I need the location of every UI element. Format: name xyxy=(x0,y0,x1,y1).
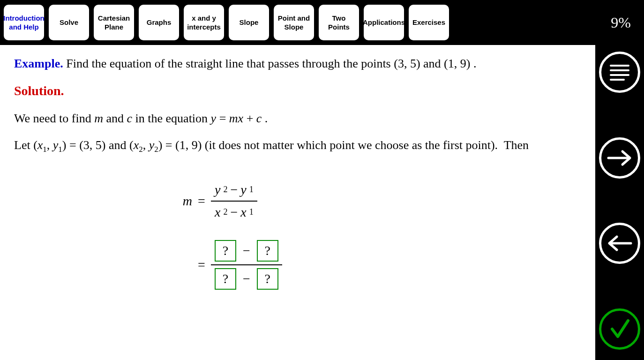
tab-cartesian-plane[interactable]: Cartesian Plane xyxy=(94,5,134,40)
fraction-input: ? − ? ? − ? xyxy=(211,237,282,292)
content-area: Example. Find the equation of the straig… xyxy=(0,45,595,360)
tab-exercises[interactable]: Exercises xyxy=(409,5,449,40)
example-paragraph: Example. Find the equation of the straig… xyxy=(14,54,581,73)
input-box-den-right[interactable]: ? xyxy=(257,268,278,290)
text-fragment: . xyxy=(262,112,268,125)
equals-sign: = xyxy=(192,255,211,275)
check-button[interactable] xyxy=(599,308,640,350)
tab-graphs[interactable]: Graphs xyxy=(139,5,179,40)
frac-num-y1: y xyxy=(240,180,246,200)
right-sidebar xyxy=(595,45,644,360)
text-fragment: and xyxy=(103,112,127,125)
eq-mx: mx xyxy=(229,112,243,125)
menu-button[interactable] xyxy=(599,52,640,93)
next-button[interactable] xyxy=(599,137,640,179)
arrow-left-icon xyxy=(607,234,633,253)
tab-xy-intercepts[interactable]: x and y intercepts xyxy=(184,5,224,40)
progress-percent: 9% xyxy=(611,14,631,31)
equation-row-2: = ? − ? ? − ? xyxy=(169,237,581,292)
tab-applications[interactable]: Applications xyxy=(364,5,404,40)
sub: 2 xyxy=(223,183,227,196)
solution-line-1: We need to find m and c in the equation … xyxy=(14,109,581,128)
example-text: Find the equation of the straight line t… xyxy=(66,57,476,70)
check-icon xyxy=(607,316,633,342)
tab-point-slope[interactable]: Point and Slope xyxy=(274,5,314,40)
eq-c: c xyxy=(256,112,262,125)
input-box-num-left[interactable]: ? xyxy=(215,240,236,262)
tab-slope[interactable]: Slope xyxy=(229,5,269,40)
equation-row-1: m = y2 − y1 x2 − x1 xyxy=(169,179,581,223)
menu-icon xyxy=(608,63,631,82)
minus-sign: − xyxy=(243,269,250,289)
back-button[interactable] xyxy=(599,223,640,264)
arrow-right-icon xyxy=(607,149,633,167)
eq-plus: + xyxy=(243,112,256,125)
example-label: Example. xyxy=(14,57,63,70)
tab-introduction[interactable]: Introduction and Help xyxy=(4,5,44,40)
frac-num-y2: y xyxy=(215,180,220,200)
equation-block: m = y2 − y1 x2 − x1 xyxy=(169,179,581,292)
equals-sign: = xyxy=(192,191,211,211)
minus-sign: − xyxy=(231,202,238,222)
sub: 1 xyxy=(249,183,254,196)
frac-den-x1: x xyxy=(240,202,246,222)
solution-label: Solution. xyxy=(14,81,581,101)
solution-line-2: Let (x1, y1) = (3, 5) and (x2, y2) = (1,… xyxy=(14,136,581,156)
variable-m: m xyxy=(169,191,192,211)
sub: 1 xyxy=(249,206,254,218)
text-fragment: in the equation xyxy=(132,112,211,125)
minus-sign: − xyxy=(243,241,250,261)
input-box-num-right[interactable]: ? xyxy=(257,240,278,262)
frac-den-x2: x xyxy=(215,202,220,222)
minus-sign: − xyxy=(231,180,238,200)
text-fragment: We need to find xyxy=(14,112,94,125)
fraction-symbolic: y2 − y1 x2 − x1 xyxy=(211,179,257,223)
eq-y: y xyxy=(211,112,217,125)
eq-equals: = xyxy=(216,112,229,125)
top-nav-bar: Introduction and Help Solve Cartesian Pl… xyxy=(0,0,644,45)
tab-two-points[interactable]: Two Points xyxy=(319,5,359,40)
input-box-den-left[interactable]: ? xyxy=(215,268,236,290)
sub: 2 xyxy=(223,206,227,218)
tab-solve[interactable]: Solve xyxy=(49,5,89,40)
